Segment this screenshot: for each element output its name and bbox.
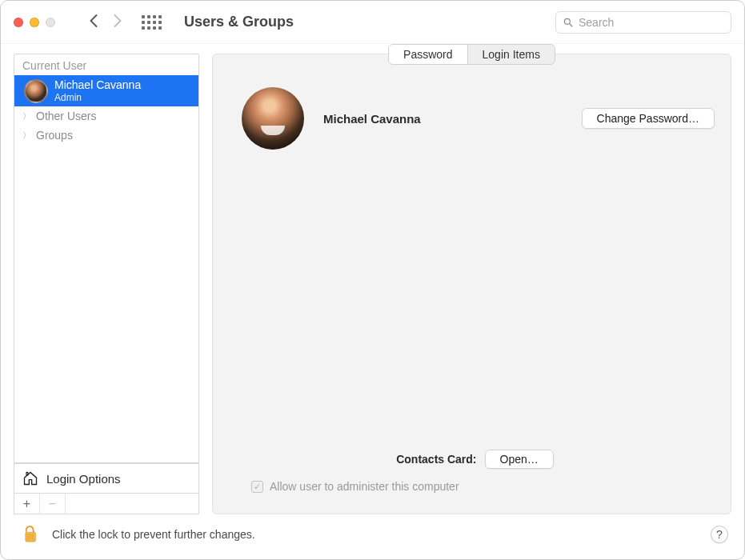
svg-point-0 — [564, 18, 570, 24]
groups-label: Groups — [36, 129, 73, 142]
sidebar: Current User Michael Cavanna Admin 〉 Oth… — [14, 54, 199, 514]
zoom-window-button[interactable] — [46, 18, 55, 27]
search-field[interactable] — [555, 11, 731, 34]
login-options-button[interactable]: Login Options — [14, 463, 199, 494]
forward-button[interactable] — [112, 14, 122, 30]
tab-password[interactable]: Password — [389, 45, 467, 64]
profile-name: Michael Cavanna — [323, 112, 421, 126]
admin-checkbox[interactable]: ✓ — [251, 481, 263, 493]
avatar-icon — [24, 79, 48, 103]
user-name-label: Michael Cavanna — [54, 78, 141, 92]
current-user-header: Current User — [14, 54, 198, 75]
svg-rect-3 — [26, 532, 36, 542]
sidebar-item-groups[interactable]: 〉 Groups — [14, 126, 198, 145]
other-users-label: Other Users — [36, 110, 96, 122]
user-avatar[interactable] — [242, 87, 304, 150]
user-info: Michael Cavanna Admin — [54, 78, 141, 103]
tab-bar: Password Login Items — [213, 54, 731, 65]
tab-login-items[interactable]: Login Items — [467, 45, 555, 64]
back-button[interactable] — [89, 14, 99, 30]
bottom-section: Contacts Card: Open… ✓ Allow user to adm… — [213, 450, 731, 514]
user-role-label: Admin — [54, 92, 141, 103]
svg-rect-2 — [26, 473, 28, 475]
open-contacts-button[interactable]: Open… — [485, 450, 554, 469]
tab-group: Password Login Items — [388, 44, 555, 65]
show-all-icon[interactable] — [142, 15, 162, 30]
svg-line-1 — [570, 23, 573, 26]
nav-arrows — [89, 14, 122, 30]
add-user-button[interactable]: + — [14, 494, 40, 514]
titlebar: Users & Groups — [1, 1, 744, 44]
lock-hint-text: Click the lock to prevent further change… — [52, 528, 255, 541]
lock-icon[interactable] — [23, 524, 41, 545]
admin-checkbox-label: Allow user to administer this computer — [270, 480, 459, 493]
help-button[interactable]: ? — [711, 526, 728, 543]
minimize-window-button[interactable] — [30, 18, 39, 27]
sidebar-item-other-users[interactable]: 〉 Other Users — [14, 106, 198, 126]
user-list: Current User Michael Cavanna Admin 〉 Oth… — [14, 54, 199, 463]
footer: Click the lock to prevent further change… — [1, 514, 744, 559]
login-options-label: Login Options — [46, 472, 121, 486]
main-panel: Password Login Items Michael Cavanna Cha… — [212, 54, 731, 514]
profile-row: Michael Cavanna Change Password… — [213, 65, 731, 150]
house-icon — [22, 470, 38, 486]
add-remove-bar: + − — [14, 494, 199, 514]
search-icon — [563, 17, 574, 28]
search-input[interactable] — [579, 16, 724, 29]
content-area: Current User Michael Cavanna Admin 〉 Oth… — [1, 44, 744, 514]
change-password-button[interactable]: Change Password… — [582, 108, 715, 129]
sidebar-item-current-user[interactable]: Michael Cavanna Admin — [14, 75, 198, 106]
close-window-button[interactable] — [14, 18, 23, 27]
chevron-right-icon: 〉 — [22, 130, 31, 142]
admin-checkbox-row: ✓ Allow user to administer this computer — [235, 480, 715, 493]
preferences-window: Users & Groups Current User Michael Cava… — [0, 0, 745, 560]
contacts-card-row: Contacts Card: Open… — [235, 450, 715, 469]
chevron-right-icon: 〉 — [22, 110, 31, 122]
contacts-card-label: Contacts Card: — [396, 453, 476, 466]
window-controls — [14, 18, 55, 27]
window-title: Users & Groups — [184, 14, 294, 30]
remove-user-button[interactable]: − — [40, 494, 66, 514]
